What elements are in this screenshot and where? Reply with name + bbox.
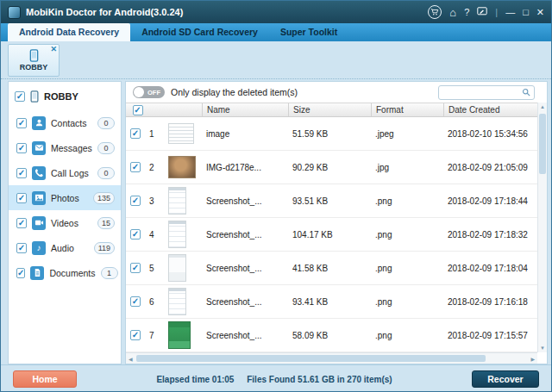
app-logo-icon	[8, 6, 21, 19]
file-date: 2018-02-09 17:18:44	[443, 196, 537, 206]
file-size: 93.41 KB	[288, 297, 371, 307]
file-format: .png	[371, 331, 443, 340]
file-name: image	[202, 129, 288, 139]
contacts-icon	[32, 116, 46, 130]
photos-checkbox[interactable]	[16, 193, 27, 203]
table-row[interactable]: 3 Screenshot_... 93.51 KB .png 2018-02-0…	[126, 184, 537, 218]
vertical-scrollbar[interactable]: ▲ ▼	[537, 103, 547, 352]
table-row[interactable]: 4 Screenshot_... 104.17 KB .png 2018-02-…	[126, 218, 537, 252]
select-all-checkbox[interactable]	[133, 105, 143, 115]
sidebar-item-contacts[interactable]: Contacts 0	[9, 110, 121, 135]
sidebar-item-audio[interactable]: ♪ Audio 119	[9, 235, 121, 260]
sidebar-item-label: Photos	[51, 193, 79, 203]
bottom-bar: Home Elapsed time 01:05 Files Found 51.6…	[1, 364, 551, 392]
row-checkbox[interactable]	[130, 128, 141, 139]
table-row[interactable]: 6 Screenshot_... 93.41 KB .png 2018-02-0…	[126, 285, 537, 319]
device-card[interactable]: ✕ ROBBY	[8, 44, 60, 77]
toggle-knob	[134, 87, 144, 97]
filter-label: Only display the deleted item(s)	[171, 87, 298, 97]
scroll-left-icon[interactable]: ◀	[129, 356, 133, 362]
filter-row: OFF Only display the deleted item(s)	[126, 82, 547, 103]
table-row[interactable]: 7 Screenshot_... 58.09 KB .png 2018-02-0…	[126, 319, 537, 352]
scroll-down-icon[interactable]: ▼	[538, 345, 547, 351]
file-size: 93.51 KB	[288, 196, 371, 206]
file-name: Screenshot_...	[202, 331, 288, 340]
file-date: 2018-02-09 17:15:57	[443, 331, 537, 340]
sidebar-device-header: ROBBY	[9, 82, 121, 110]
file-thumbnail	[168, 288, 186, 315]
deleted-only-toggle[interactable]: OFF	[133, 86, 165, 98]
category-sidebar: ROBBY Contacts 0 Messages 0	[8, 81, 122, 364]
vertical-scroll-thumb[interactable]	[539, 114, 546, 174]
table-row[interactable]: 1 image 51.59 KB .jpeg 2018-02-10 15:34:…	[126, 117, 537, 151]
search-box[interactable]	[438, 85, 535, 100]
tab-super-toolkit[interactable]: Super Toolkit	[269, 23, 348, 41]
row-number: 6	[145, 297, 164, 307]
sidebar-item-label: Audio	[51, 243, 74, 253]
file-list-panel: OFF Only display the deleted item(s) Nam…	[125, 81, 548, 364]
maximize-button[interactable]: □	[523, 8, 529, 17]
file-name: IMG-d2178e...	[202, 163, 288, 172]
contacts-checkbox[interactable]	[16, 118, 27, 128]
table-row[interactable]: 5 Screenshot_... 41.58 KB .png 2018-02-0…	[126, 252, 537, 285]
file-size: 90.29 KB	[288, 163, 371, 172]
audio-checkbox[interactable]	[16, 243, 27, 253]
home-button[interactable]: Home	[13, 370, 77, 388]
header-format: Format	[371, 103, 443, 116]
file-format: .png	[371, 230, 443, 240]
search-input[interactable]	[442, 88, 522, 97]
device-strip: ✕ ROBBY	[1, 41, 551, 79]
sidebar-item-videos[interactable]: Videos 15	[9, 210, 121, 235]
scroll-up-icon[interactable]: ▲	[538, 104, 547, 109]
device-checkbox[interactable]	[15, 91, 25, 102]
horizontal-scroll-thumb[interactable]	[136, 355, 486, 362]
documents-checkbox[interactable]	[16, 268, 25, 278]
toggle-label: OFF	[147, 89, 160, 96]
messages-checkbox[interactable]	[16, 143, 27, 153]
sidebar-item-messages[interactable]: Messages 0	[9, 135, 121, 160]
sidebar-item-call-logs[interactable]: Call Logs 0	[9, 160, 121, 185]
file-format: .png	[371, 297, 443, 307]
tab-android-data-recovery[interactable]: Android Data Recovery	[8, 23, 130, 41]
file-date: 2018-02-10 15:34:56	[443, 129, 537, 139]
close-button[interactable]: ✕	[536, 8, 544, 17]
recover-button[interactable]: Recover	[472, 370, 539, 388]
device-name: ROBBY	[20, 63, 48, 72]
sidebar-item-photos[interactable]: Photos 135	[9, 185, 121, 210]
row-checkbox[interactable]	[130, 330, 141, 340]
feedback-icon[interactable]	[477, 7, 487, 17]
file-size: 41.58 KB	[288, 264, 371, 273]
row-checkbox[interactable]	[130, 229, 141, 240]
search-icon[interactable]	[522, 88, 530, 96]
help-icon[interactable]: ?	[464, 8, 469, 17]
sidebar-item-label: Contacts	[51, 118, 86, 128]
cart-icon[interactable]	[428, 5, 442, 19]
phone-icon	[30, 90, 39, 103]
row-checkbox[interactable]	[130, 162, 141, 172]
count-badge: 0	[97, 167, 115, 179]
sidebar-device-name: ROBBY	[44, 91, 78, 102]
sidebar-item-label: Documents	[49, 268, 95, 278]
row-number: 3	[145, 196, 164, 206]
sidebar-item-documents[interactable]: Documents 1	[9, 260, 121, 285]
table-row[interactable]: 2 IMG-d2178e... 90.29 KB .jpg 2018-02-09…	[126, 151, 537, 184]
row-number: 1	[145, 129, 164, 139]
row-number: 4	[145, 230, 164, 240]
file-date: 2018-02-09 17:18:32	[443, 230, 537, 240]
scroll-right-icon[interactable]: ▶	[530, 356, 535, 362]
row-checkbox[interactable]	[130, 263, 141, 273]
home-icon[interactable]: ⌂	[449, 7, 456, 18]
videos-checkbox[interactable]	[16, 218, 27, 228]
file-date: 2018-02-09 17:18:04	[443, 264, 537, 273]
call-logs-icon	[32, 166, 46, 180]
horizontal-scrollbar[interactable]: ◀ ▶	[126, 352, 537, 364]
tab-android-sd-card-recovery[interactable]: Android SD Card Recovery	[130, 23, 269, 41]
header-size: Size	[288, 103, 371, 116]
header-thumb	[164, 103, 202, 116]
file-date: 2018-02-09 21:05:09	[443, 163, 537, 172]
call-logs-checkbox[interactable]	[16, 168, 27, 178]
minimize-button[interactable]: —	[505, 8, 515, 17]
device-disconnect-icon[interactable]: ✕	[50, 45, 57, 53]
row-checkbox[interactable]	[130, 196, 141, 206]
row-checkbox[interactable]	[130, 296, 141, 307]
